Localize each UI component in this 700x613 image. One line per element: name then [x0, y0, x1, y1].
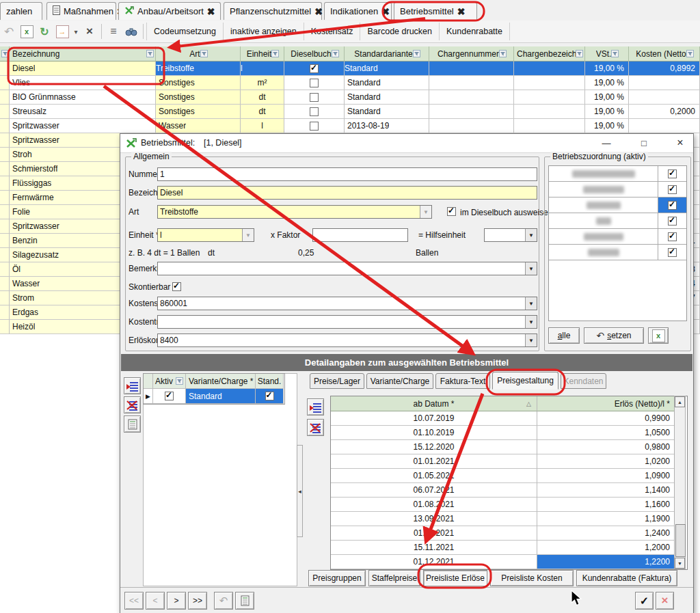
checkbox[interactable]: [310, 107, 319, 116]
zuordnung-checkbox-cell[interactable]: [658, 245, 686, 260]
cell-filter[interactable]: [0, 291, 10, 305]
column-header-Dieselbuch[interactable]: Dieselbuch: [284, 46, 345, 62]
price-row[interactable]: 01.05.20211,0900: [331, 469, 687, 483]
checkbox[interactable]: [668, 248, 677, 257]
cell-erloes[interactable]: 0,9800: [537, 440, 675, 454]
faktor-field[interactable]: [312, 228, 408, 242]
detail-tab-faktura-text[interactable]: Faktura-Text: [435, 373, 490, 389]
column-header-Chargenbezeichnu[interactable]: Chargenbezeichnu: [514, 46, 585, 62]
cell-erloes[interactable]: 1,1400: [537, 483, 675, 498]
cell-ab-datum[interactable]: 01.01.2021: [331, 454, 537, 469]
aktiv-column-header[interactable]: Aktiv: [153, 374, 186, 389]
delete-price-row-icon[interactable]: [307, 419, 324, 436]
cell-filter[interactable]: [0, 119, 10, 133]
cell-standardvariante[interactable]: Standard: [345, 90, 429, 105]
scroll-down-icon[interactable]: ▼: [675, 558, 685, 569]
zuordnung-row[interactable]: [549, 213, 686, 229]
tab-anbau-arbeitsort[interactable]: Anbau/Arbeitsort ✖: [118, 2, 221, 20]
alle-button[interactable]: alle: [548, 327, 580, 344]
column-header-Einheit[interactable]: Einheit: [241, 46, 284, 62]
codeumsetzung-button[interactable]: Codeumsetzung: [146, 23, 223, 40]
cell-vst[interactable]: 19,00 %: [585, 90, 629, 105]
cell-filter[interactable]: [0, 62, 10, 76]
cell-ab-datum[interactable]: 01.05.2021: [331, 469, 537, 483]
tab-massnahmen[interactable]: Maßnahmen ✖: [46, 2, 116, 20]
filter-funnel-icon[interactable]: [332, 50, 339, 57]
cell-vst[interactable]: 19,00 %: [585, 105, 629, 119]
cell-chargennummer[interactable]: [429, 90, 514, 105]
kundenrabatte-button[interactable]: Kundenrabatte: [439, 23, 510, 40]
price-row[interactable]: 15.11.20211,2000: [331, 541, 687, 555]
filter-funnel-icon[interactable]: [146, 50, 154, 57]
excel-export-button[interactable]: x: [648, 327, 669, 344]
add-record-icon[interactable]: [124, 377, 141, 394]
einheit-dropdown[interactable]: l▼: [157, 228, 254, 242]
bottom-tab-preisgruppen[interactable]: Preisgruppen: [308, 570, 366, 586]
cell-kosten[interactable]: [629, 90, 700, 105]
cell-kosten[interactable]: [629, 119, 700, 133]
delete-icon[interactable]: ×: [81, 23, 98, 40]
cell-erloes[interactable]: 1,0900: [537, 469, 675, 483]
zuordnung-row[interactable]: [549, 197, 686, 213]
first-record-button[interactable]: <<: [124, 592, 144, 610]
kostentraeger-dropdown[interactable]: ▼: [157, 315, 537, 329]
cell-ab-datum[interactable]: 01.11.2021: [331, 526, 537, 541]
checkbox[interactable]: [668, 169, 677, 178]
cell-filter[interactable]: [0, 90, 10, 105]
barcode-drucken-button[interactable]: Barcode drucken: [360, 23, 439, 40]
cell-filter[interactable]: [0, 162, 10, 176]
skontierbar-checkbox[interactable]: [172, 282, 181, 291]
table-row[interactable]: DieselTreibstoffelStandard19,00 %0,8992: [0, 62, 700, 76]
price-table-scrollbar[interactable]: ▲ ▼: [674, 396, 686, 569]
cell-standardvariante[interactable]: Standard: [345, 76, 429, 90]
cell-art[interactable]: Sonstiges: [156, 90, 241, 105]
checkbox[interactable]: [668, 217, 677, 226]
cell-bezeichnung[interactable]: Streusalz: [10, 105, 156, 119]
add-price-row-icon[interactable]: [307, 398, 324, 416]
bottom-tab-kundenrabatte-faktura-[interactable]: Kundenrabatte (Faktura): [576, 570, 677, 586]
variante-name-cell[interactable]: Standard: [186, 389, 256, 404]
filter-funnel-icon[interactable]: [611, 50, 619, 57]
cell-erloes[interactable]: 1,2000: [537, 541, 675, 555]
price-row[interactable]: 10.07.20190,9900: [331, 411, 687, 426]
cancel-button[interactable]: ×: [656, 592, 674, 610]
zuordnung-checkbox-cell[interactable]: [658, 213, 686, 228]
undo-icon[interactable]: ↶: [1, 23, 17, 40]
zuordnung-checkbox-cell[interactable]: [658, 182, 686, 197]
table-row[interactable]: SpritzwasserWasserl2013-08-1919,00 %: [0, 119, 700, 133]
zuordnung-row[interactable]: [549, 182, 686, 197]
price-column-header[interactable]: ab Datum *△: [331, 396, 537, 411]
cell-filter[interactable]: [0, 148, 10, 162]
cell-chargenbezeichnung[interactable]: [514, 62, 585, 76]
checkbox[interactable]: [668, 185, 677, 194]
filter-funnel-icon[interactable]: [1, 50, 9, 57]
cell-vst[interactable]: 19,00 %: [585, 119, 629, 133]
cell-ab-datum[interactable]: 15.11.2021: [331, 541, 537, 555]
column-header-Bezeichnung[interactable]: Bezeichnung: [10, 46, 156, 62]
price-row[interactable]: 01.12.20211,2200: [331, 555, 687, 569]
cell-einheit[interactable]: m²: [241, 76, 284, 90]
cell-einheit[interactable]: dt: [241, 90, 284, 105]
art-dropdown[interactable]: Treibstoffe▼: [157, 205, 432, 219]
scroll-up-icon[interactable]: ▲: [675, 396, 685, 407]
price-row[interactable]: 06.07.20211,1400: [331, 483, 687, 498]
cell-erloes[interactable]: 0,9900: [537, 411, 675, 426]
zuordnung-row[interactable]: [549, 229, 686, 245]
filter-funnel-icon[interactable]: [499, 50, 507, 57]
cell-kosten[interactable]: 0,8992: [629, 62, 700, 76]
cell-dieselbuch[interactable]: [284, 62, 345, 76]
cell-ab-datum[interactable]: 01.10.2019: [331, 426, 537, 440]
price-row[interactable]: 01.08.20211,1600: [331, 498, 687, 512]
inaktive-anzeigen-button[interactable]: inaktive anzeigen: [223, 23, 304, 40]
dialog-title-bar[interactable]: Betriebsmittel: [1, Diesel] — □ ×: [120, 134, 693, 153]
cell-bezeichnung[interactable]: Diesel: [10, 62, 156, 76]
kostenstelle-dropdown[interactable]: 860001▼: [157, 297, 537, 310]
delete-record-icon[interactable]: [124, 396, 141, 413]
checkbox[interactable]: [310, 79, 319, 87]
cell-vst[interactable]: 19,00 %: [585, 76, 629, 90]
tab-indikationen[interactable]: Indikationen ✖: [324, 2, 392, 20]
filter-funnel-icon[interactable]: [200, 50, 208, 57]
filter-funnel-icon[interactable]: [176, 377, 183, 385]
price-row[interactable]: 01.01.20211,0200: [331, 454, 687, 469]
nummer-field[interactable]: 1: [157, 167, 537, 181]
